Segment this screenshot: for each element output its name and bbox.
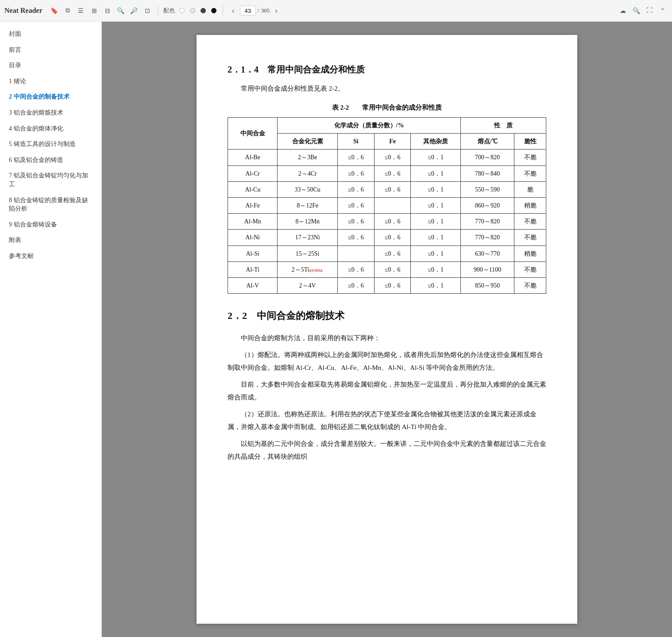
- toolbar: Neat Reader 🔖 ⧉ ☰ ⊞ ⊟ 🔍 🔎 ⊡ 配色 ‹ / 305 ›…: [0, 0, 672, 22]
- para-22-2: 目前，大多数中间合金都采取先将易熔金属铝熔化，并加热至一定温度后，再分批加入难熔…: [228, 378, 546, 403]
- sidebar-item-preface[interactable]: 前言: [0, 42, 101, 58]
- page-number-input[interactable]: [240, 6, 256, 15]
- table-cell: ≤0．6: [338, 181, 375, 197]
- table-cell: 不脆: [514, 150, 546, 165]
- table-cell: Al-Si: [228, 246, 278, 261]
- table-row: Al-Ti2～5Tiayoma.≤0．6≤0．6≤0．1900～1100不脆: [228, 261, 546, 277]
- color-light[interactable]: [190, 8, 195, 13]
- col-si-header: Si: [338, 134, 375, 150]
- color-dark1[interactable]: [201, 8, 206, 13]
- para-22-0: 中间合金的熔制方法，目前采用的有以下两种：: [228, 332, 546, 345]
- sidebar: 封面 前言 目录 1 绪论 2 中间合金的制备技术 3 铝合金的熔炼技术 4 铝…: [0, 22, 102, 637]
- table-cell: ≤0．1: [411, 165, 460, 181]
- sidebar-item-cover[interactable]: 封面: [0, 26, 101, 42]
- content-area[interactable]: 2．1．4 常用中间合金成分和性质 常用中间合金成分和性质见表 2-2。 表 2…: [102, 22, 672, 637]
- table-cell: 2～3Be: [278, 150, 338, 165]
- table-cell: 700～820: [460, 150, 514, 165]
- table-row: Al-Mn8～12Mn≤0．6≤0．6≤0．1770～820不脆: [228, 214, 546, 230]
- table-cell: 稍脆: [514, 246, 546, 261]
- fit-icon[interactable]: ⊡: [143, 6, 152, 15]
- search-icon-1[interactable]: 🔍: [116, 6, 126, 15]
- search-icon-2[interactable]: 🔎: [129, 6, 139, 15]
- table-cell: ≤0．6: [374, 150, 411, 165]
- sidebar-item-ch9[interactable]: 9 铝合金熔铸设备: [0, 217, 101, 233]
- next-page-icon[interactable]: ›: [271, 6, 281, 15]
- cloud-icon[interactable]: ☁: [618, 6, 628, 15]
- table-cell: ≤0．6: [374, 261, 411, 277]
- table-cell: 770～820: [460, 214, 514, 230]
- table-cell: ≤0．6: [338, 214, 375, 230]
- bookmark-icon[interactable]: 🔖: [50, 6, 59, 15]
- table-cell: 不脆: [514, 230, 546, 246]
- col-alloying-header: 合金化元素: [278, 134, 338, 150]
- section-22-title: 2．2 中间合金的熔制技术: [228, 307, 546, 325]
- table-cell: ≤0．6: [338, 165, 375, 181]
- prev-page-icon[interactable]: ‹: [228, 6, 238, 15]
- table-cell: Al-V: [228, 277, 278, 293]
- color-label: 配色: [163, 7, 175, 15]
- sidebar-item-appendix[interactable]: 附表: [0, 232, 101, 248]
- table-cell: ≤0．6: [374, 246, 411, 261]
- table-cell: ≤0．1: [411, 150, 460, 165]
- col-properties-header: 性 质: [460, 118, 546, 134]
- sidebar-item-ch7[interactable]: 7 铝及铝合金铸锭均匀化与加工: [0, 168, 101, 192]
- col-brittle-header: 脆性: [514, 134, 546, 150]
- sidebar-item-ch3[interactable]: 3 铝合金的熔炼技术: [0, 105, 101, 121]
- table-cell: ≤0．1: [411, 181, 460, 197]
- section-214-intro: 常用中间合金成分和性质见表 2-2。: [228, 83, 546, 95]
- table-cell: Al-Cu: [228, 181, 278, 197]
- table-cell: 8～12Fe: [278, 197, 338, 213]
- table-cell: Al-Ni: [228, 230, 278, 246]
- composition-table: 中间合金 化学成分（质量分数）/% 性 质 合金化元素 Si Fe 其他杂质 熔…: [228, 117, 546, 294]
- table-cell: 2～4Cr: [278, 165, 338, 181]
- table-cell: 8～12Mn: [278, 214, 338, 230]
- sidebar-item-ch4[interactable]: 4 铝合金的熔体净化: [0, 121, 101, 137]
- color-dark2[interactable]: [211, 8, 216, 13]
- table-cell: ≤0．1: [411, 261, 460, 277]
- table-cell: ≤0．1: [411, 214, 460, 230]
- table-caption: 表 2-2 常用中间合金的成分和性质: [228, 102, 546, 114]
- sidebar-item-references[interactable]: 参考文献: [0, 248, 101, 264]
- table-cell: 770～820: [460, 230, 514, 246]
- table-cell: [374, 197, 411, 213]
- copy-icon[interactable]: ⧉: [63, 6, 73, 15]
- table-cell: 850～950: [460, 277, 514, 293]
- table-icon[interactable]: ⊟: [103, 6, 112, 15]
- sidebar-item-ch5[interactable]: 5 铸造工具的设计与制造: [0, 136, 101, 152]
- sidebar-item-ch8[interactable]: 8 铝合金铸锭的质量检验及缺陷分析: [0, 192, 101, 217]
- table-cell: 780～840: [460, 165, 514, 181]
- table-cell: ≤0．6: [338, 277, 375, 293]
- table-cell: ≤0．6: [338, 197, 375, 213]
- table-cell: ≤0．6: [338, 261, 375, 277]
- table-row: Al-V2～4V≤0．6≤0．6≤0．1850～950不脆: [228, 277, 546, 293]
- search-right-icon[interactable]: 🔍: [631, 6, 641, 15]
- col-other-header: 其他杂质: [411, 134, 460, 150]
- sidebar-item-toc[interactable]: 目录: [0, 58, 101, 73]
- sidebar-item-ch6[interactable]: 6 铝及铝合金的铸造: [0, 152, 101, 168]
- menu-icon[interactable]: ☰: [76, 6, 86, 15]
- table-cell: 2～5Tiayoma.: [278, 261, 338, 277]
- table-cell: 不脆: [514, 165, 546, 181]
- para-22-1: （1）熔配法。将两种或两种以上的金属同时加热熔化，或者用先后加热熔化的办法使这些…: [228, 349, 546, 374]
- collapse-icon[interactable]: ⌃: [658, 6, 668, 15]
- table-cell: ≤0．6: [374, 277, 411, 293]
- divider-2: [223, 6, 223, 15]
- sidebar-item-ch2[interactable]: 2 中间合金的制备技术: [0, 89, 101, 105]
- table-cell: ≤0．6: [374, 214, 411, 230]
- table-cell: 2～4V: [278, 277, 338, 293]
- table-cell: Al-Fe: [228, 197, 278, 213]
- color-white[interactable]: [179, 8, 185, 13]
- col-melting-header: 熔点/℃: [460, 134, 514, 150]
- expand-icon[interactable]: ⛶: [645, 6, 654, 15]
- sidebar-item-ch1[interactable]: 1 绪论: [0, 73, 101, 89]
- table-cell: ≤0．6: [338, 150, 375, 165]
- col-alloy-header: 中间合金: [228, 118, 278, 150]
- table-cell: [338, 246, 375, 261]
- grid-icon[interactable]: ⊞: [89, 6, 99, 15]
- table-row: Al-Cr2～4Cr≤0．6≤0．6≤0．1780～840不脆: [228, 165, 546, 181]
- table-row: Al-Si15～25Si≤0．6≤0．1630～770稍脆: [228, 246, 546, 261]
- table-cell: 稍脆: [514, 197, 546, 213]
- table-row: Al-Ni17～23Ni≤0．6≤0．6≤0．1770～820不脆: [228, 230, 546, 246]
- table-cell: ≤0．1: [411, 277, 460, 293]
- table-cell: 860～920: [460, 197, 514, 213]
